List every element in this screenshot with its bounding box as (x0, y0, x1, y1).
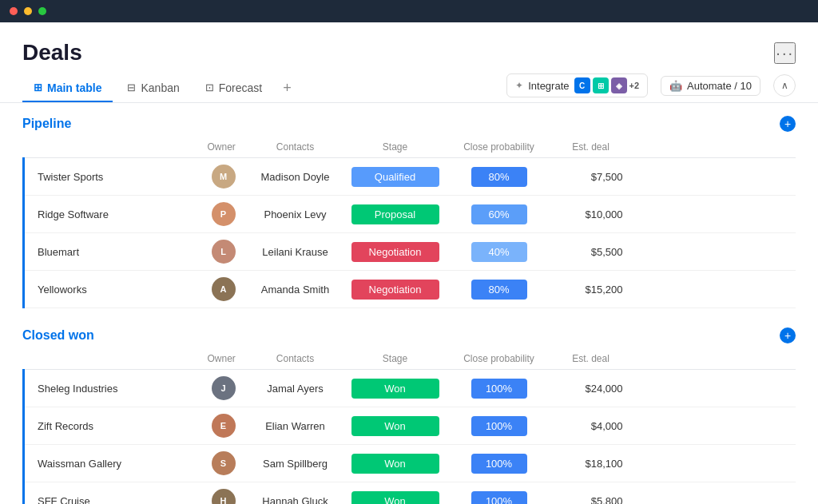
deal-value: $18,100 (551, 445, 631, 482)
avatar: E (212, 414, 236, 438)
avatar: L (212, 240, 236, 264)
deal-value: $15,200 (551, 271, 631, 308)
contact-link[interactable]: Sam Spillberg (248, 445, 343, 482)
avatar: A (212, 277, 236, 301)
stage-cell: Negotiation (343, 271, 447, 308)
probability-badge: 80% (471, 280, 527, 300)
tabs-left: ⊞ Main table ⊟ Kanban ⊡ Forecast + (22, 75, 298, 101)
tab-forecast[interactable]: ⊡ Forecast (194, 75, 273, 102)
chevron-up-icon: ∧ (781, 80, 788, 91)
probability-badge: 100% (471, 416, 527, 436)
deal-name: Sheleg Industries (24, 370, 200, 407)
extra-cell (631, 233, 796, 271)
deal-name: Twister Sports (24, 158, 200, 196)
col-header-3: Stage (343, 348, 447, 370)
col-header-0 (24, 137, 200, 158)
col-header-5: Est. deal (551, 137, 631, 158)
group-header-pipeline: Pipeline+ (22, 116, 796, 132)
col-header-6 (631, 348, 796, 370)
col-header-4: Close probability (447, 137, 551, 158)
content: Pipeline+OwnerContactsStageClose probabi… (0, 103, 818, 504)
group-header-closed-won: Closed won+ (22, 327, 796, 343)
group-pipeline: Pipeline+OwnerContactsStageClose probabi… (22, 116, 796, 308)
stage-badge: Negotiation (351, 242, 439, 262)
probability-badge: 80% (471, 167, 527, 187)
table-closed-won: OwnerContactsStageClose probabilityEst. … (22, 348, 796, 504)
tab-main-table[interactable]: ⊞ Main table (22, 75, 113, 102)
owner-avatar: P (200, 196, 248, 233)
extra-cell (631, 482, 796, 505)
deal-value: $5,500 (551, 233, 631, 271)
probability-badge: 100% (471, 491, 527, 505)
automate-button[interactable]: 🤖 Automate / 10 (661, 76, 760, 96)
minimize-dot[interactable] (24, 7, 32, 15)
contact-link[interactable]: Amanda Smith (248, 271, 343, 308)
automate-icon: 🤖 (669, 80, 682, 92)
probability-cell: 80% (447, 158, 551, 196)
probability-cell: 100% (447, 482, 551, 505)
group-title-pipeline: Pipeline (22, 117, 71, 131)
stage-badge: Won (351, 416, 439, 436)
avatar: S (212, 451, 236, 475)
owner-avatar: E (200, 407, 248, 445)
stage-cell: Won (343, 370, 447, 407)
extra-cell (631, 271, 796, 308)
owner-avatar: J (200, 370, 248, 407)
more-button[interactable]: ··· (774, 42, 796, 64)
contact-link[interactable]: Jamal Ayers (248, 370, 343, 407)
extra-cell (631, 407, 796, 445)
stage-cell: Negotiation (343, 233, 447, 271)
deal-name: Yelloworks (24, 271, 200, 308)
table-row: SFF CruiseHHannah GluckWon100%$5,800 (24, 482, 796, 505)
probability-cell: 100% (447, 407, 551, 445)
probability-cell: 100% (447, 370, 551, 407)
integrate-button[interactable]: ✦ Integrate C ⊞ ◈ +2 (506, 73, 648, 97)
deal-value: $4,000 (551, 407, 631, 445)
table-pipeline: OwnerContactsStageClose probabilityEst. … (22, 137, 796, 308)
int-icon-3: ◈ (611, 77, 627, 93)
col-header-5: Est. deal (551, 348, 631, 370)
add-row-button-pipeline[interactable]: + (780, 116, 796, 132)
page-title: Deals (22, 40, 82, 65)
stage-cell: Qualified (343, 158, 447, 196)
col-header-1: Owner (200, 137, 248, 158)
integrate-icons: C ⊞ ◈ +2 (574, 77, 640, 93)
kanban-icon: ⊟ (127, 81, 136, 93)
close-dot[interactable] (10, 7, 18, 15)
table-row: Ridge SoftwarePPhoenix LevyProposal60%$1… (24, 196, 796, 233)
integrate-icon: ✦ (515, 80, 523, 91)
deal-value: $5,800 (551, 482, 631, 505)
maximize-dot[interactable] (38, 7, 46, 15)
group-title-closed-won: Closed won (22, 328, 94, 343)
deal-name: Ridge Software (24, 196, 200, 233)
probability-badge: 60% (471, 204, 527, 224)
col-header-2: Contacts (248, 137, 343, 158)
chevron-up-button[interactable]: ∧ (773, 74, 796, 97)
header: Deals ··· (0, 22, 818, 65)
owner-avatar: M (200, 158, 248, 196)
col-header-0 (24, 348, 200, 370)
deal-name: SFF Cruise (24, 482, 200, 505)
owner-avatar: L (200, 233, 248, 271)
contact-link[interactable]: Leilani Krause (248, 233, 343, 271)
table-row: BluemartLLeilani KrauseNegotiation40%$5,… (24, 233, 796, 271)
table-row: Twister SportsMMadison DoyleQualified80%… (24, 158, 796, 196)
col-header-1: Owner (200, 348, 248, 370)
stage-badge: Negotiation (351, 280, 439, 300)
contact-link[interactable]: Elian Warren (248, 407, 343, 445)
tab-kanban[interactable]: ⊟ Kanban (116, 75, 190, 102)
stage-badge: Proposal (351, 204, 439, 224)
add-tab-button[interactable]: + (276, 77, 298, 100)
contact-link[interactable]: Phoenix Levy (248, 196, 343, 233)
probability-cell: 60% (447, 196, 551, 233)
contact-link[interactable]: Madison Doyle (248, 158, 343, 196)
col-header-6 (631, 137, 796, 158)
app-container: Deals ··· ⊞ Main table ⊟ Kanban ⊡ Foreca… (0, 22, 818, 504)
add-row-button-closed-won[interactable]: + (780, 327, 796, 343)
owner-avatar: H (200, 482, 248, 505)
title-bar (0, 0, 818, 22)
contact-link[interactable]: Hannah Gluck (248, 482, 343, 505)
table-icon: ⊞ (34, 81, 42, 93)
col-header-4: Close probability (447, 348, 551, 370)
deal-name: Bluemart (24, 233, 200, 271)
